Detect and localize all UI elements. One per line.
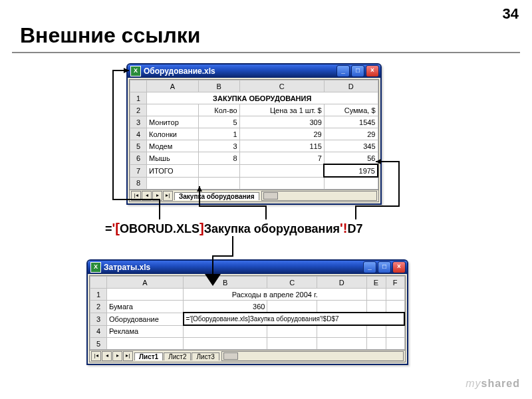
formula-cell[interactable]: ='[Оборудование.xls]Закупка оборудования… xyxy=(184,313,405,325)
tab-nav-prev[interactable]: ◂ xyxy=(102,351,112,361)
cell[interactable]: 115 xyxy=(239,140,324,152)
cell[interactable] xyxy=(366,289,386,301)
cell[interactable]: Оборудование xyxy=(107,313,184,325)
row-header[interactable]: 1 xyxy=(130,92,147,104)
minimize-button[interactable]: _ xyxy=(363,261,376,273)
cell[interactable]: Модем xyxy=(147,140,199,152)
cell[interactable] xyxy=(107,338,184,350)
col-header[interactable]: F xyxy=(386,277,404,289)
cell[interactable] xyxy=(267,301,317,313)
tab-nav-next[interactable]: ▸ xyxy=(152,191,162,201)
cell[interactable] xyxy=(198,177,239,190)
row-header[interactable]: 2 xyxy=(130,104,147,116)
col-header[interactable]: A xyxy=(107,277,184,289)
cell[interactable]: Сумма, $ xyxy=(324,104,378,116)
active-cell[interactable]: 1975 xyxy=(324,164,378,177)
cell[interactable] xyxy=(239,177,324,190)
row-header[interactable]: 2 xyxy=(90,301,107,313)
cell[interactable]: 29 xyxy=(239,128,324,140)
tab-nav-first[interactable]: |◂ xyxy=(131,191,141,201)
col-header[interactable]: D xyxy=(317,277,366,289)
corner-cell[interactable] xyxy=(130,80,147,92)
cell[interactable]: Колонки xyxy=(147,128,199,140)
cell[interactable]: 309 xyxy=(239,116,324,128)
tab-nav-last[interactable]: ▸| xyxy=(163,191,173,201)
cell[interactable] xyxy=(366,301,386,313)
cell[interactable] xyxy=(107,289,184,301)
close-button[interactable]: × xyxy=(392,261,406,273)
sheet-tab[interactable]: Лист2 xyxy=(164,352,191,360)
close-button[interactable]: × xyxy=(366,65,379,77)
cell[interactable]: ЗАКУПКА ОБОРУДОВАНИЯ xyxy=(147,92,378,104)
sheet-tab[interactable]: Закупка оборудования xyxy=(174,192,259,200)
cell[interactable] xyxy=(147,177,199,190)
cell[interactable] xyxy=(317,301,366,313)
cell[interactable]: 1 xyxy=(198,128,239,140)
col-header-selected[interactable]: D xyxy=(324,80,378,92)
row-header[interactable]: 5 xyxy=(90,338,107,350)
spreadsheet-2[interactable]: A B C D E F 1 Расходы в апреле 2004 г. 2… xyxy=(90,276,405,350)
cell[interactable]: 1545 xyxy=(324,116,378,128)
cell[interactable] xyxy=(386,289,404,301)
cell[interactable] xyxy=(147,104,199,116)
maximize-button[interactable]: □ xyxy=(351,65,364,77)
cell[interactable] xyxy=(386,301,404,313)
row-header[interactable]: 7 xyxy=(130,164,147,177)
row-header[interactable]: 6 xyxy=(130,152,147,165)
cell[interactable] xyxy=(198,164,239,177)
cell[interactable] xyxy=(239,164,324,177)
horizontal-scrollbar[interactable] xyxy=(221,351,404,361)
col-header[interactable]: B xyxy=(184,277,267,289)
cell[interactable] xyxy=(386,338,404,350)
col-header[interactable]: C xyxy=(267,277,317,289)
col-header[interactable]: A xyxy=(147,80,199,92)
cell[interactable] xyxy=(317,325,366,338)
col-header[interactable]: B xyxy=(198,80,239,92)
sheet-tab[interactable]: Лист1 xyxy=(134,352,163,360)
cell[interactable]: Реклама xyxy=(107,325,184,338)
cell[interactable] xyxy=(317,338,366,350)
cell[interactable] xyxy=(184,338,267,350)
cell[interactable]: Цена за 1 шт. $ xyxy=(239,104,324,116)
tab-nav-prev[interactable]: ◂ xyxy=(142,191,152,201)
cell[interactable]: 8 xyxy=(198,152,239,165)
spreadsheet-1[interactable]: A B C D 1 ЗАКУПКА ОБОРУДОВАНИЯ 2 Кол-во … xyxy=(130,80,378,190)
cell[interactable]: Монитор xyxy=(147,116,199,128)
row-header[interactable]: 8 xyxy=(130,177,147,190)
cell[interactable] xyxy=(267,325,317,338)
row-header[interactable]: 4 xyxy=(90,325,107,338)
cell[interactable]: 56 xyxy=(324,152,378,165)
row-header[interactable]: 5 xyxy=(130,140,147,152)
cell[interactable] xyxy=(267,338,317,350)
horizontal-scrollbar[interactable] xyxy=(261,191,377,201)
tab-nav-first[interactable]: |◂ xyxy=(91,351,101,361)
cell[interactable]: 345 xyxy=(324,140,378,152)
cell[interactable]: 5 xyxy=(198,116,239,128)
minimize-button[interactable]: _ xyxy=(336,65,350,77)
cell[interactable]: Расходы в апреле 2004 г. xyxy=(184,289,367,301)
cell[interactable]: Мышь xyxy=(147,152,199,165)
cell[interactable]: Кол-во xyxy=(198,104,239,116)
cell[interactable]: ИТОГО xyxy=(147,164,199,177)
cell[interactable]: 29 xyxy=(324,128,378,140)
col-header[interactable]: C xyxy=(239,80,324,92)
corner-cell[interactable] xyxy=(90,277,107,289)
row-header[interactable]: 4 xyxy=(130,128,147,140)
cell[interactable]: 360 xyxy=(184,301,267,313)
tab-nav-next[interactable]: ▸ xyxy=(112,351,122,361)
cell[interactable] xyxy=(366,325,386,338)
cell[interactable]: 7 xyxy=(239,152,324,165)
cell[interactable]: 3 xyxy=(198,140,239,152)
row-header[interactable]: 1 xyxy=(90,289,107,301)
cell[interactable] xyxy=(386,325,404,338)
maximize-button[interactable]: □ xyxy=(378,261,391,273)
row-header[interactable]: 3 xyxy=(90,313,107,325)
cell[interactable] xyxy=(366,338,386,350)
col-header[interactable]: E xyxy=(366,277,386,289)
cell[interactable] xyxy=(184,325,267,338)
tab-nav-last[interactable]: ▸| xyxy=(123,351,133,361)
cell[interactable]: Бумага xyxy=(107,301,184,313)
sheet-tab[interactable]: Лист3 xyxy=(192,352,219,360)
row-header[interactable]: 3 xyxy=(130,116,147,128)
cell[interactable] xyxy=(324,177,378,190)
